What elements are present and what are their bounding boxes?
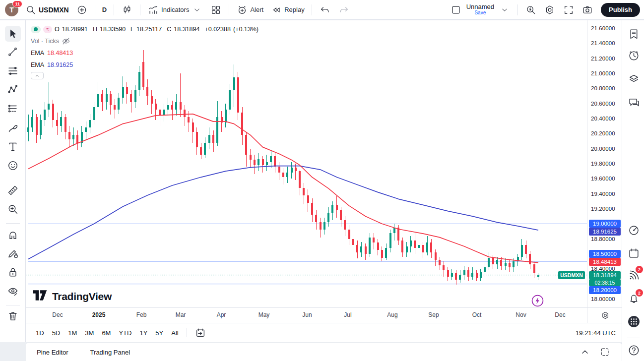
- bottom-tab-pine-editor[interactable]: Pine Editor: [37, 349, 68, 356]
- sidebar-broadcast-icon[interactable]: 2: [626, 268, 641, 283]
- price-tick: 21.40000: [591, 40, 615, 46]
- save-link[interactable]: Save: [474, 10, 486, 16]
- drawing-tool-xabcd-icon[interactable]: [5, 82, 21, 98]
- layout-select-button[interactable]: [447, 2, 465, 17]
- indicators-button[interactable]: Indicators: [144, 2, 206, 17]
- redo-button[interactable]: [334, 2, 353, 17]
- range-button-1m[interactable]: 1M: [64, 327, 81, 339]
- time-axis-label: Sep: [428, 311, 439, 318]
- time-axis-label: Mar: [176, 311, 186, 318]
- candle: [204, 143, 206, 155]
- sidebar-clock-icon[interactable]: [626, 48, 641, 63]
- drawing-tool-ruler-icon[interactable]: [5, 182, 21, 198]
- drawing-tool-trash-icon[interactable]: [5, 308, 21, 324]
- maximize-panel-icon[interactable]: [599, 346, 611, 358]
- fullscreen-button[interactable]: [559, 2, 578, 17]
- candle: [106, 94, 108, 102]
- gear-icon: [544, 4, 556, 16]
- user-avatar[interactable]: T 11: [5, 3, 18, 16]
- axis-gear-icon[interactable]: [599, 309, 611, 321]
- price-tick: 21.60000: [591, 25, 615, 31]
- sidebar-target-icon[interactable]: [626, 223, 641, 238]
- bottom-panel-bar: Pine EditorTrading Panel: [26, 343, 622, 361]
- bottom-tabs: Pine EditorTrading Panel: [37, 349, 152, 356]
- replay-button[interactable]: Replay: [267, 2, 308, 17]
- drawing-tool-trend-line-icon[interactable]: [5, 44, 21, 60]
- compare-add-symbol-button[interactable]: [72, 2, 91, 17]
- market-status-icon: [31, 26, 41, 33]
- volume-legend-row[interactable]: Vol · Ticks: [31, 36, 71, 46]
- toolbar-separator: [95, 4, 95, 15]
- time-axis-label: Dec: [52, 311, 63, 318]
- drawing-tool-emoji-icon[interactable]: [5, 158, 21, 174]
- candle: [311, 203, 313, 215]
- boost-lightning-icon[interactable]: [531, 295, 544, 307]
- server-clock[interactable]: 19:21:44 UTC: [576, 329, 616, 337]
- range-button-1d[interactable]: 1D: [32, 327, 48, 339]
- candle: [467, 270, 469, 276]
- quick-search-button[interactable]: [521, 2, 540, 17]
- publish-button[interactable]: Publish: [601, 3, 640, 17]
- drawing-tool-magnet-icon[interactable]: [5, 227, 21, 242]
- drawing-tool-pencil-lock-icon[interactable]: [5, 245, 21, 261]
- interval-button[interactable]: D: [99, 2, 110, 17]
- close-value: 18.31894: [174, 26, 199, 33]
- drawing-tool-text-t-icon[interactable]: [5, 139, 21, 155]
- candle: [418, 245, 420, 248]
- chart-settings-button[interactable]: [540, 2, 559, 17]
- sidebar-apps-icon[interactable]: [626, 314, 641, 329]
- candle: [192, 122, 194, 132]
- undo-button[interactable]: [316, 2, 334, 17]
- sidebar-watchlist-icon[interactable]: [626, 26, 641, 41]
- range-button-ytd[interactable]: YTD: [115, 327, 135, 339]
- price-tick: 20.40000: [591, 116, 615, 121]
- bottom-tab-trading-panel[interactable]: Trading Panel: [90, 349, 130, 356]
- alert-button[interactable]: Alert: [233, 2, 267, 17]
- symbol-legend-row[interactable]: ≈ O18.28991 H18.33590 L18.25117 C18.3189…: [31, 24, 261, 34]
- candle: [455, 273, 457, 280]
- indicator-templates-button[interactable]: [206, 2, 225, 17]
- ema-fast-legend-row[interactable]: EMA 18.48413: [31, 48, 73, 58]
- ema-label: EMA: [31, 61, 44, 68]
- right-sidebar: 22: [622, 20, 644, 361]
- drawing-tool-brush-icon[interactable]: [5, 120, 21, 136]
- symbol-search-button[interactable]: USDMXN: [21, 2, 72, 17]
- sidebar-chat-icon[interactable]: [626, 95, 641, 110]
- sidebar-layers-icon[interactable]: [626, 71, 641, 86]
- sidebar-bell-icon[interactable]: 2: [626, 291, 641, 306]
- symbol-name: USDMXN: [39, 6, 69, 14]
- layout-menu-button[interactable]: [495, 2, 514, 17]
- time-axis[interactable]: Dec2025FebMarAprMayJunJulAugSepOctNovDec: [26, 307, 587, 323]
- range-button-3m[interactable]: 3M: [81, 327, 98, 339]
- price-axis-label: 18.20000: [589, 286, 621, 294]
- toolbar-separator: [229, 4, 229, 15]
- hidden-eye-icon[interactable]: [61, 36, 71, 46]
- drawing-tool-fib-icon[interactable]: [5, 63, 21, 79]
- sidebar-question-icon[interactable]: [626, 343, 641, 358]
- ema-slow-legend-row[interactable]: EMA 18.91625: [31, 60, 73, 70]
- candle: [250, 155, 252, 160]
- candle: [44, 110, 46, 120]
- chart-style-button[interactable]: [118, 2, 136, 17]
- price-axis-label: 19.00000: [589, 220, 621, 228]
- drawing-tool-lock-icon[interactable]: [5, 264, 21, 280]
- snapshot-button[interactable]: [578, 2, 597, 17]
- range-button-1y[interactable]: 1Y: [135, 327, 151, 339]
- drawing-tool-position-icon[interactable]: [5, 101, 21, 117]
- candle: [476, 273, 478, 278]
- range-button-6m[interactable]: 6M: [98, 327, 115, 339]
- price-axis[interactable]: 21.6000021.4000021.2000021.0000020.80000…: [587, 20, 622, 307]
- drawing-tool-cursor-icon[interactable]: [5, 26, 21, 42]
- range-button-5d[interactable]: 5D: [48, 327, 64, 339]
- legend-collapse-button[interactable]: [31, 72, 44, 79]
- drawing-tool-eye-pencil-icon[interactable]: [5, 283, 21, 299]
- drawing-tool-zoom-in-icon[interactable]: [5, 201, 21, 217]
- sidebar-calendar-icon[interactable]: [626, 245, 641, 260]
- expand-panel-chevron-icon[interactable]: [579, 346, 591, 358]
- candle: [208, 135, 210, 142]
- candle: [315, 215, 317, 222]
- layout-name-block[interactable]: Unnamed Save: [465, 3, 495, 15]
- range-button-5y[interactable]: 5Y: [151, 327, 167, 339]
- go-to-date-button[interactable]: [191, 325, 210, 340]
- range-button-all[interactable]: All: [167, 327, 182, 339]
